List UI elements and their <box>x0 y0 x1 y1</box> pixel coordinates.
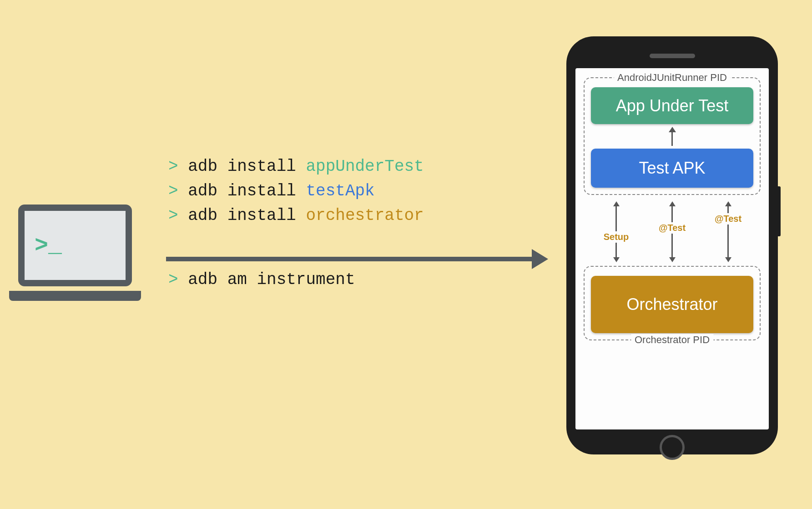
conn-setup: Setup <box>596 201 637 262</box>
conn-test1: @Test <box>652 201 693 262</box>
arrow-head-icon <box>532 249 548 269</box>
test-apk-box: Test APK <box>591 149 753 188</box>
laptop-prompt: >_ <box>35 233 62 259</box>
laptop-icon: >_ <box>18 205 141 301</box>
junit-runner-pid-box: AndroidJUnitRunner PID App Under Test Te… <box>584 77 761 195</box>
label-setup: Setup <box>603 231 630 243</box>
phone-screen: AndroidJUnitRunner PID App Under Test Te… <box>575 68 769 429</box>
orchestrator-connections: Setup @Test @Test <box>584 197 761 264</box>
phone-home-button <box>660 435 685 460</box>
junit-pid-label: AndroidJUnitRunner PID <box>614 72 731 84</box>
phone-device: AndroidJUnitRunner PID App Under Test Te… <box>566 36 778 454</box>
cmd-install-testapk: > adb install testApk <box>168 179 424 204</box>
conn-test2: @Test <box>708 201 749 262</box>
orchestrator-pid-box: Orchestrator Orchestrator PID <box>584 266 761 340</box>
laptop-screen: >_ <box>18 205 132 286</box>
flow-arrow <box>166 250 548 268</box>
adb-instrument-command: > adb am instrument <box>168 270 355 289</box>
label-test1: @Test <box>658 222 686 234</box>
phone-speaker <box>650 54 695 58</box>
orchestrator-box: Orchestrator <box>591 276 753 333</box>
orchestrator-pid-label: Orchestrator PID <box>631 334 713 346</box>
phone-side-button <box>778 186 781 236</box>
cmd-install-orchestrator: > adb install orchestrator <box>168 204 424 228</box>
cmd-install-app: > adb install appUnderTest <box>168 155 424 179</box>
label-test2: @Test <box>714 213 742 225</box>
arrow-test-to-app <box>591 127 753 146</box>
cmd-instrument: > adb am instrument <box>168 270 355 289</box>
laptop-base <box>9 291 141 301</box>
adb-commands-block: > adb install appUnderTest > adb install… <box>168 155 424 228</box>
app-under-test-box: App Under Test <box>591 87 753 124</box>
